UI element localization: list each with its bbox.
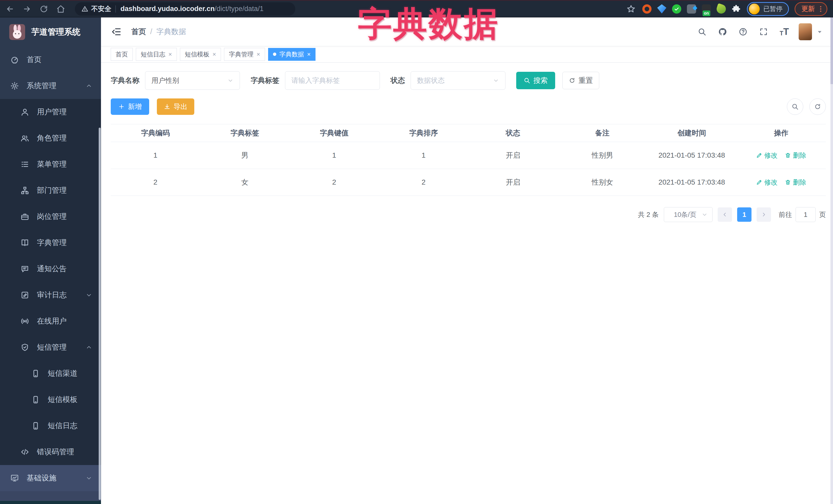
- tab-sms-log[interactable]: 短信日志×: [136, 48, 177, 61]
- app-logo[interactable]: 芋道管理系统: [0, 18, 101, 47]
- extension-dark-on-icon[interactable]: on: [702, 4, 711, 14]
- breadcrumb: 首页 / 字典数据: [131, 27, 186, 37]
- forward-icon[interactable]: [23, 5, 31, 13]
- chevron-down-icon[interactable]: [816, 29, 823, 35]
- back-icon[interactable]: [6, 5, 14, 13]
- chevron-down-icon: [86, 292, 92, 298]
- sidebar-item-dict-management[interactable]: 字典管理: [0, 230, 101, 256]
- sidebar-item-sms-template[interactable]: 短信模板: [0, 387, 101, 413]
- help-icon[interactable]: [739, 27, 747, 36]
- table-cell-code: 1: [111, 151, 200, 160]
- table-cell-remark: 性别男: [558, 150, 647, 160]
- chevron-up-icon: [86, 344, 92, 351]
- font-size-small-glyph: T: [780, 30, 783, 37]
- table-cell-sort: 2: [379, 178, 468, 186]
- search-icon: [524, 77, 530, 84]
- edit-link[interactable]: 修改: [756, 151, 778, 160]
- sidebar-item-user-management[interactable]: 用户管理: [0, 99, 101, 125]
- sidebar-item-home[interactable]: 首页: [0, 47, 101, 73]
- url-path: /dict/type/data/1: [215, 5, 264, 13]
- pagination: 共 2 条 10条/页 1 前往 页: [111, 207, 826, 222]
- close-icon[interactable]: ×: [213, 51, 216, 57]
- bookmark-star-icon[interactable]: [626, 4, 636, 14]
- extension-gray-tool-icon[interactable]: [687, 4, 696, 14]
- goto-page-input[interactable]: [795, 207, 815, 222]
- dict-label-input[interactable]: [285, 71, 380, 90]
- chevron-down-icon: [701, 212, 708, 218]
- sidebar-toggle-icon[interactable]: [111, 27, 121, 37]
- close-icon[interactable]: ×: [168, 51, 172, 57]
- sidebar-item-role-management[interactable]: 角色管理: [0, 125, 101, 151]
- prev-page-button[interactable]: [718, 208, 732, 222]
- extension-green-leaf-icon[interactable]: [715, 3, 727, 15]
- sidebar-bottom-strip: [0, 501, 101, 504]
- sidebar-item-sms-log[interactable]: 短信日志: [0, 413, 101, 439]
- extension-orange-ring-icon[interactable]: [642, 4, 651, 14]
- sidebar-item-sms-channel[interactable]: 短信渠道: [0, 360, 101, 387]
- sidebar-item-system-management[interactable]: 系统管理: [0, 73, 101, 99]
- browser-profile-chip[interactable]: 已暂停: [747, 2, 789, 16]
- tab-dict-data[interactable]: 字典数据×: [268, 48, 315, 61]
- edit-link[interactable]: 修改: [756, 178, 778, 187]
- page-number-button[interactable]: 1: [737, 208, 752, 222]
- logo-image: [9, 24, 25, 40]
- export-button-label: 导出: [173, 102, 187, 111]
- github-icon[interactable]: [718, 27, 727, 36]
- edit-icon: [756, 152, 762, 159]
- close-icon[interactable]: ×: [307, 51, 311, 57]
- home-icon[interactable]: [56, 5, 65, 13]
- table-column-header: 备注: [558, 128, 647, 138]
- sidebar-item-dept-management[interactable]: 部门管理: [0, 177, 101, 203]
- edit-icon: [756, 179, 762, 185]
- sidebar-item-notice-announcement[interactable]: 通知公告: [0, 256, 101, 282]
- breadcrumb-home[interactable]: 首页: [131, 27, 146, 37]
- search-button[interactable]: 搜索: [516, 72, 555, 89]
- extension-puzzle-icon[interactable]: [732, 4, 741, 14]
- gear-icon: [10, 81, 19, 90]
- chevron-down-icon: [86, 475, 92, 481]
- user-icon: [21, 108, 29, 116]
- broadcast-icon: [21, 317, 29, 326]
- extension-green-check-icon[interactable]: [672, 4, 681, 14]
- app-title: 芋道管理系统: [31, 26, 80, 38]
- dict-name-select[interactable]: 用户性别: [145, 71, 240, 90]
- user-avatar[interactable]: [799, 23, 812, 40]
- sidebar-item-online-users[interactable]: 在线用户: [0, 308, 101, 334]
- address-bar[interactable]: 不安全 dashboard.yudao.iocoder.cn /dict/typ…: [75, 2, 295, 16]
- refresh-table-button[interactable]: [809, 98, 826, 115]
- browser-update-button[interactable]: 更新: [794, 2, 827, 16]
- sidebar-scrollbar[interactable]: [99, 128, 101, 500]
- sidebar-item-error-code-management[interactable]: 错误码管理: [0, 439, 101, 465]
- sidebar-item-post-management[interactable]: 岗位管理: [0, 203, 101, 230]
- sidebar-item-menu-management[interactable]: 菜单管理: [0, 151, 101, 177]
- page-scrollbar[interactable]: [830, 18, 833, 504]
- sidebar-item-sms-management[interactable]: 短信管理: [0, 334, 101, 360]
- extension-blue-gem-icon[interactable]: [657, 4, 666, 14]
- url-host: dashboard.yudao.iocoder.cn: [120, 5, 215, 13]
- table-column-header: 字典排序: [379, 128, 468, 138]
- close-icon[interactable]: ×: [257, 51, 260, 57]
- page-size-select[interactable]: 10条/页: [664, 207, 713, 222]
- sidebar-item-infrastructure[interactable]: 基础设施: [0, 465, 101, 491]
- page-scrollbar-thumb[interactable]: [830, 18, 833, 84]
- tab-sms-template[interactable]: 短信模板×: [180, 48, 221, 61]
- browser-menu-icon[interactable]: [817, 5, 825, 13]
- font-size-icon[interactable]: TT: [780, 27, 789, 37]
- next-page-button[interactable]: [757, 208, 771, 222]
- sidebar-item-audit-log[interactable]: 审计日志: [0, 282, 101, 308]
- fullscreen-icon[interactable]: [759, 27, 768, 36]
- app-header: 首页 / 字典数据 TT: [101, 18, 833, 46]
- export-button[interactable]: 导出: [157, 98, 194, 115]
- reset-button[interactable]: 重置: [562, 72, 599, 89]
- tab-dict-management[interactable]: 字典管理×: [224, 48, 265, 61]
- toggle-search-button[interactable]: [787, 98, 803, 115]
- reload-icon[interactable]: [40, 5, 48, 13]
- goto-label: 前往: [779, 210, 792, 219]
- tab-home[interactable]: 首页: [111, 48, 133, 61]
- add-button[interactable]: 新增: [111, 98, 149, 115]
- extension-on-badge: on: [703, 10, 710, 16]
- search-icon[interactable]: [698, 27, 706, 36]
- delete-link[interactable]: 删除: [785, 178, 806, 187]
- delete-link[interactable]: 删除: [785, 151, 806, 160]
- status-select[interactable]: 数据状态: [411, 71, 505, 90]
